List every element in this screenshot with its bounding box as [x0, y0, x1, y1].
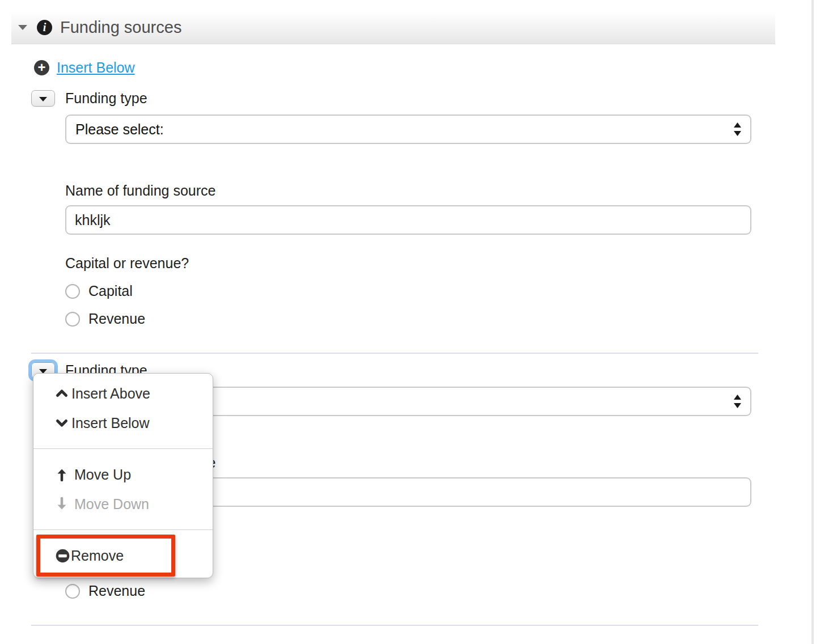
- collapse-caret-icon[interactable]: [18, 25, 27, 30]
- chevron-up-icon: [55, 387, 69, 400]
- funding-source-section-1: Funding type Please select: Name of fund…: [31, 90, 758, 354]
- row-menu-toggle-button[interactable]: [31, 90, 55, 107]
- menu-item-move-up[interactable]: Move Up: [33, 460, 213, 489]
- select-value: Please select:: [75, 121, 164, 138]
- menu-item-label: Remove: [71, 548, 124, 564]
- radio-label: Revenue: [88, 583, 145, 599]
- capital-or-revenue-label: Capital or revenue?: [65, 255, 751, 271]
- context-menu: Insert Above Insert Below Move Up: [33, 373, 213, 578]
- select-arrows-icon: [733, 121, 742, 137]
- radio-option-capital[interactable]: Capital: [65, 283, 758, 299]
- plus-icon[interactable]: +: [34, 60, 49, 75]
- menu-item-insert-below[interactable]: Insert Below: [33, 408, 213, 438]
- radio-button[interactable]: [65, 584, 80, 599]
- chevron-down-icon: [55, 416, 69, 430]
- menu-item-label: Insert Below: [71, 415, 150, 431]
- menu-divider: [33, 529, 213, 530]
- radio-button[interactable]: [65, 312, 80, 327]
- insert-below-row: + Insert Below: [31, 59, 758, 76]
- info-icon[interactable]: i: [37, 20, 52, 35]
- insert-below-link[interactable]: Insert Below: [57, 60, 135, 76]
- section-divider: [31, 625, 758, 626]
- menu-item-label: Insert Above: [71, 385, 150, 402]
- radio-label: Revenue: [88, 311, 145, 327]
- select-arrows-icon: [733, 393, 742, 409]
- page-title: Funding sources: [60, 18, 181, 37]
- menu-item-move-down[interactable]: Move Down: [33, 489, 213, 519]
- funding-type-select[interactable]: Please select:: [65, 115, 751, 144]
- funding-source-name-input[interactable]: [65, 205, 751, 235]
- section-divider: [31, 353, 758, 354]
- menu-item-remove[interactable]: Remove: [33, 541, 213, 570]
- menu-divider: [33, 448, 213, 449]
- radio-option-revenue[interactable]: Revenue: [65, 311, 758, 327]
- name-of-funding-source-label: Name of funding source: [65, 183, 751, 198]
- menu-item-label: Move Down: [74, 496, 149, 512]
- radio-label: Capital: [88, 283, 133, 299]
- menu-item-label: Move Up: [74, 467, 131, 483]
- arrow-down-icon: [55, 497, 69, 511]
- funding-type-label: Funding type: [65, 90, 147, 107]
- menu-item-insert-above[interactable]: Insert Above: [33, 379, 213, 408]
- chevron-down-icon: [39, 97, 47, 101]
- radio-option-revenue[interactable]: Revenue: [65, 583, 758, 599]
- arrow-up-icon: [55, 468, 69, 481]
- funding-sources-page: i Funding sources + Insert Below Funding…: [0, 0, 837, 644]
- vertical-divider: [811, 0, 814, 644]
- minus-circle-icon: [55, 548, 70, 564]
- section-header: i Funding sources: [11, 11, 775, 44]
- funding-type-row: Funding type: [31, 90, 758, 107]
- radio-button[interactable]: [65, 284, 80, 299]
